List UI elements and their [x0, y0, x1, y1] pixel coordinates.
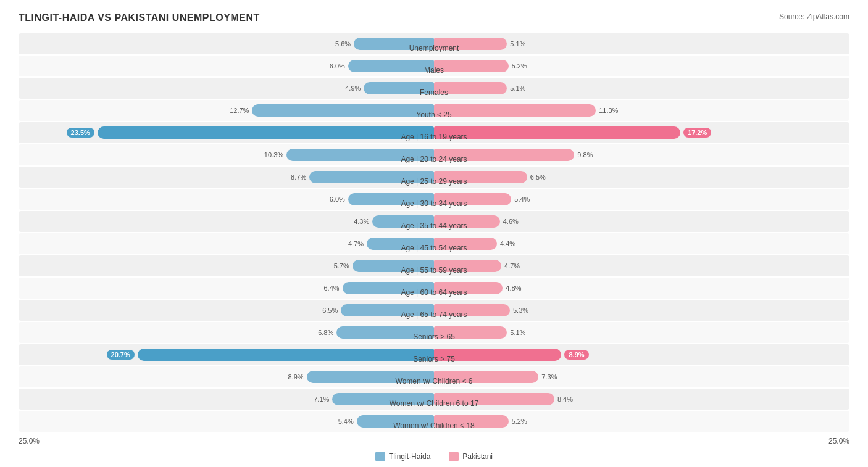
chart-row: 8.7% Age | 25 to 29 years 6.5% — [19, 167, 849, 188]
row-left: 4.3% — [19, 215, 434, 228]
legend-pakistani: Pakistani — [449, 452, 493, 461]
chart-row: 10.3% Age | 20 to 24 years 9.8% — [19, 144, 849, 165]
left-bar — [357, 415, 434, 428]
right-value: 5.1% — [510, 40, 532, 48]
row-right: 6.5% — [434, 171, 849, 183]
row-right: 5.2% — [434, 415, 849, 428]
row-right: 17.2% — [434, 126, 849, 139]
row-left: 5.7% — [19, 260, 434, 272]
left-value: 20.7% — [107, 350, 135, 360]
row-left: 5.6% — [19, 38, 434, 50]
row-left: 23.5% — [19, 126, 434, 139]
row-left: 6.0% — [19, 60, 434, 72]
right-value: 4.4% — [500, 240, 522, 247]
left-value: 4.7% — [341, 240, 364, 247]
right-value: 4.8% — [506, 284, 528, 292]
row-right: 5.2% — [434, 60, 849, 72]
right-bar — [434, 371, 538, 383]
left-value: 6.8% — [311, 329, 333, 336]
right-value: 9.8% — [577, 151, 599, 159]
row-right: 8.4% — [434, 393, 849, 405]
left-value: 8.9% — [282, 373, 304, 381]
chart-row: 20.7% Seniors > 75 8.9% — [19, 344, 849, 365]
row-left: 7.1% — [19, 393, 434, 405]
left-value: 6.5% — [315, 307, 338, 314]
left-value: 10.3% — [261, 151, 283, 159]
chart-row: 6.5% Age | 65 to 74 years 5.3% — [19, 300, 849, 321]
legend-tlingit-label: Tlingit-Haida — [389, 452, 430, 461]
left-bar — [348, 193, 434, 205]
row-right: 5.1% — [434, 38, 849, 50]
axis-row: 25.0% 25.0% — [19, 437, 849, 445]
left-value: 5.4% — [332, 418, 354, 425]
left-bar — [252, 104, 434, 117]
left-bar — [354, 38, 434, 50]
left-bar — [309, 171, 434, 183]
right-bar — [434, 60, 509, 72]
row-right: 4.8% — [434, 282, 849, 294]
row-left: 6.4% — [19, 282, 434, 294]
right-bar — [434, 126, 680, 139]
row-left: 4.7% — [19, 238, 434, 250]
chart-row: 6.8% Seniors > 65 5.1% — [19, 322, 849, 343]
right-bar — [434, 326, 507, 339]
row-right: 5.1% — [434, 82, 849, 94]
left-bar — [98, 126, 434, 139]
left-value: 6.4% — [317, 284, 340, 292]
chart-row: 8.9% Women w/ Children < 6 7.3% — [19, 366, 849, 387]
row-right: 5.3% — [434, 304, 849, 316]
right-value: 5.1% — [510, 85, 532, 92]
right-value: 7.3% — [541, 373, 564, 381]
row-left: 12.7% — [19, 104, 434, 117]
left-bar — [341, 304, 434, 316]
chart-row: 6.0% Age | 30 to 34 years 5.4% — [19, 189, 849, 210]
right-value: 5.1% — [510, 329, 532, 336]
left-value: 23.5% — [67, 128, 94, 138]
right-bar — [434, 104, 596, 117]
right-value: 5.4% — [514, 196, 536, 203]
right-value: 6.5% — [530, 173, 553, 181]
left-value: 6.0% — [323, 196, 345, 203]
row-left: 6.5% — [19, 304, 434, 316]
right-value: 4.7% — [504, 262, 527, 270]
right-value: 5.2% — [512, 62, 534, 70]
left-bar — [343, 282, 434, 294]
row-left: 4.9% — [19, 82, 434, 94]
legend-tlingit: Tlingit-Haida — [375, 452, 430, 461]
right-bar — [434, 38, 507, 50]
right-bar — [434, 393, 554, 405]
row-left: 20.7% — [19, 349, 434, 361]
axis-right: 25.0% — [828, 437, 849, 445]
axis-left: 25.0% — [19, 437, 40, 445]
left-bar — [286, 149, 434, 161]
row-right: 11.3% — [434, 104, 849, 117]
row-right: 4.4% — [434, 238, 849, 250]
row-left: 10.3% — [19, 149, 434, 161]
left-value: 4.3% — [347, 218, 369, 225]
row-right: 5.4% — [434, 193, 849, 205]
right-value: 11.3% — [599, 107, 621, 114]
left-bar — [307, 371, 434, 383]
chart-row: 7.1% Women w/ Children 6 to 17 8.4% — [19, 389, 849, 410]
source-label: Source: ZipAtlas.com — [779, 12, 849, 21]
left-bar — [353, 260, 434, 272]
right-value: 8.4% — [557, 395, 580, 403]
right-bar — [434, 260, 501, 272]
left-value: 5.6% — [328, 40, 351, 48]
row-left: 6.0% — [19, 193, 434, 205]
chart-row: 5.6% Unemployment 5.1% — [19, 33, 849, 54]
chart-row: 6.4% Age | 60 to 64 years 4.8% — [19, 278, 849, 299]
left-bar — [138, 349, 434, 361]
row-right: 7.3% — [434, 371, 849, 383]
right-bar — [434, 282, 503, 294]
left-bar — [348, 60, 434, 72]
row-right: 8.9% — [434, 349, 849, 361]
row-right: 4.7% — [434, 260, 849, 272]
right-value: 5.2% — [512, 418, 534, 425]
chart-row: 5.4% Women w/ Children < 18 5.2% — [19, 411, 849, 432]
left-value: 12.7% — [227, 107, 249, 114]
right-bar — [434, 193, 511, 205]
page-title: TLINGIT-HAIDA VS PAKISTANI UNEMPLOYMENT — [19, 12, 260, 23]
right-bar — [434, 171, 527, 183]
left-value: 4.9% — [338, 85, 361, 92]
